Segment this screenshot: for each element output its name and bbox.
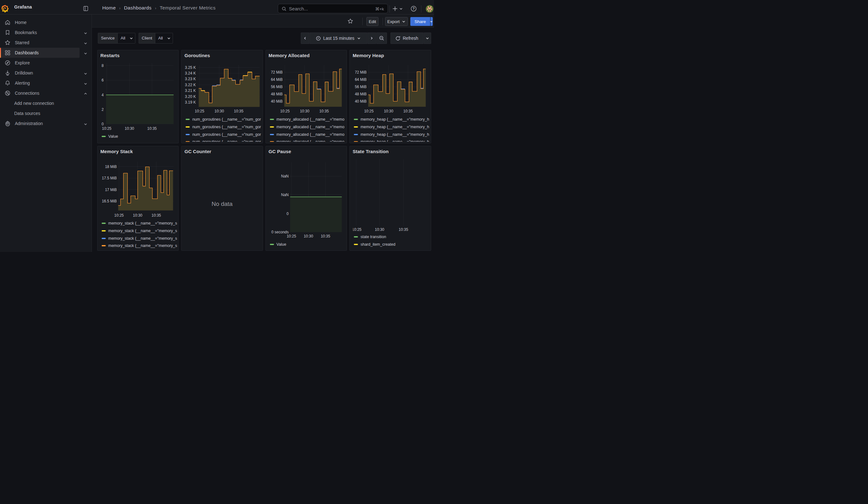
svg-text:64 MiB: 64 MiB xyxy=(271,78,282,82)
svg-text:10:35: 10:35 xyxy=(152,213,161,218)
svg-text:17 MiB: 17 MiB xyxy=(105,187,117,192)
svg-text:18 MiB: 18 MiB xyxy=(105,164,117,169)
svg-text:3.24 K: 3.24 K xyxy=(185,71,196,75)
svg-text:10:30: 10:30 xyxy=(300,109,309,113)
svg-text:10:35: 10:35 xyxy=(319,109,329,113)
svg-text:3.21 K: 3.21 K xyxy=(185,89,196,93)
svg-text:10:35: 10:35 xyxy=(147,126,157,131)
svg-text:10:25: 10:25 xyxy=(280,109,289,113)
svg-text:10:25: 10:25 xyxy=(352,227,361,232)
svg-text:10:25: 10:25 xyxy=(114,213,124,218)
svg-text:10:35: 10:35 xyxy=(321,234,330,238)
svg-text:72 MiB: 72 MiB xyxy=(271,70,282,74)
svg-text:0: 0 xyxy=(287,211,289,216)
svg-text:10:30: 10:30 xyxy=(304,234,313,238)
svg-text:10:30: 10:30 xyxy=(215,109,224,113)
svg-text:10:25: 10:25 xyxy=(287,234,296,238)
svg-text:72 MiB: 72 MiB xyxy=(355,70,366,74)
svg-text:17.5 MiB: 17.5 MiB xyxy=(102,176,117,180)
svg-text:48 MiB: 48 MiB xyxy=(355,92,366,96)
svg-text:3.25 K: 3.25 K xyxy=(185,65,196,70)
svg-text:3.22 K: 3.22 K xyxy=(185,83,196,87)
svg-text:10:25: 10:25 xyxy=(364,109,374,113)
svg-text:40 MiB: 40 MiB xyxy=(355,99,366,104)
svg-text:8: 8 xyxy=(102,63,104,68)
svg-text:10:35: 10:35 xyxy=(399,227,408,232)
svg-text:48 MiB: 48 MiB xyxy=(271,92,282,96)
svg-text:?: ? xyxy=(413,7,414,10)
svg-text:0 seconds: 0 seconds xyxy=(271,230,289,234)
svg-text:10:30: 10:30 xyxy=(133,213,142,218)
svg-text:10:30: 10:30 xyxy=(375,227,384,232)
svg-text:56 MiB: 56 MiB xyxy=(271,85,282,89)
svg-text:NaN: NaN xyxy=(281,192,289,197)
svg-text:0: 0 xyxy=(102,122,104,126)
svg-text:10:30: 10:30 xyxy=(384,109,393,113)
svg-text:2: 2 xyxy=(102,107,104,112)
svg-text:56 MiB: 56 MiB xyxy=(355,85,366,89)
svg-text:3.20 K: 3.20 K xyxy=(185,94,196,99)
svg-text:3.23 K: 3.23 K xyxy=(185,77,196,81)
svg-text:40 MiB: 40 MiB xyxy=(271,99,282,104)
svg-text:64 MiB: 64 MiB xyxy=(355,78,366,82)
svg-text:16.5 MiB: 16.5 MiB xyxy=(102,199,117,203)
svg-text:NaN: NaN xyxy=(281,174,289,178)
svg-text:10:25: 10:25 xyxy=(102,126,111,131)
svg-text:3.19 K: 3.19 K xyxy=(185,100,196,104)
svg-text:10:35: 10:35 xyxy=(403,109,413,113)
svg-text:10:30: 10:30 xyxy=(125,126,134,131)
svg-text:6: 6 xyxy=(102,78,104,82)
svg-text:10:25: 10:25 xyxy=(195,109,204,113)
svg-text:4: 4 xyxy=(102,93,104,97)
svg-text:10:35: 10:35 xyxy=(234,109,244,113)
